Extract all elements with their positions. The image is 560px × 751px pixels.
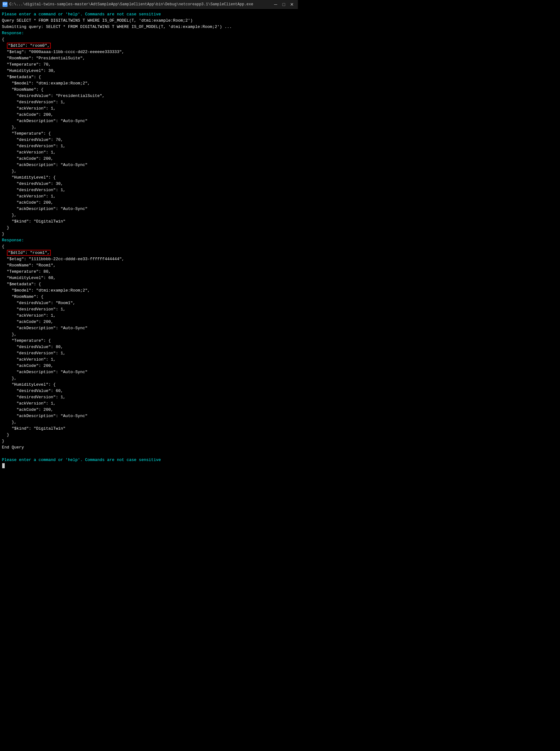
room0-roomname-ackversion: "ackVersion": 1,	[2, 105, 296, 112]
minimize-button[interactable]: ─	[272, 2, 279, 7]
query-command: Query SELECT * FROM DIGITALTWINS T WHERE…	[2, 18, 296, 24]
room0-temp-meta-open: "Temperature": {	[2, 131, 296, 137]
room1-humidity: "HumidityLevel": 60,	[2, 275, 296, 281]
room1-temperature: "Temperature": 80,	[2, 269, 296, 275]
room0-open-brace: {	[2, 36, 296, 43]
room1-temp-ackversion: "ackVersion": 1,	[2, 357, 296, 363]
room0-humid-desiredvalue: "desiredValue": 30,	[2, 181, 296, 187]
room1-humid-ackcode: "ackCode": 200,	[2, 407, 296, 413]
room1-humid-meta-open: "HumidityLevel": {	[2, 382, 296, 388]
room1-humid-desiredversion: "desiredVersion": 1,	[2, 394, 296, 401]
room0-roomname-desiredversion: "desiredVersion": 1,	[2, 99, 296, 105]
room0-temp-ackcode: "ackCode": 200,	[2, 156, 296, 162]
room1-metadata-close: }	[2, 432, 296, 438]
room1-humid-ackdesc: "ackDescription": "Auto-Sync"	[2, 413, 296, 419]
room0-roomname-meta-open: "RoomName": {	[2, 86, 296, 93]
room1-roomname-meta-open: "RoomName": {	[2, 294, 296, 300]
response-label-2: Response:	[2, 237, 296, 244]
room0-humid-meta-open: "HumidityLevel": {	[2, 174, 296, 181]
room0-roomname-close: },	[2, 124, 296, 131]
room0-humid-ackcode: "ackCode": 200,	[2, 199, 296, 206]
room1-roomname-close: },	[2, 331, 296, 338]
room0-humid-ackversion: "ackVersion": 1,	[2, 193, 296, 199]
room1-roomname-ackversion: "ackVersion": 1,	[2, 312, 296, 319]
room0-close-brace: }	[2, 231, 296, 237]
room1-roomname-desiredversion: "desiredVersion": 1,	[2, 306, 296, 312]
room0-humid-desiredversion: "desiredVersion": 1,	[2, 187, 296, 193]
room0-humid-close: },	[2, 212, 296, 218]
room1-temp-desiredvalue: "desiredValue": 80,	[2, 344, 296, 350]
title-bar: C# C:\...\digital-twins-samples-master\A…	[0, 0, 298, 9]
room0-temp-desiredvalue: "desiredValue": 70,	[2, 137, 296, 143]
room1-close-brace: }	[2, 438, 296, 444]
room1-temp-desiredversion: "desiredVersion": 1,	[2, 350, 296, 357]
title-bar-path: C:\...\digital-twins-samples-master\AdtS…	[9, 2, 253, 6]
close-button[interactable]: ✕	[288, 2, 295, 7]
room1-temp-meta-open: "Temperature": {	[2, 338, 296, 344]
prompt-line-2: Please enter a command or 'help'. Comman…	[2, 457, 296, 463]
room1-model: "$model": "dtmi:example:Room;2",	[2, 287, 296, 294]
room0-temp-desiredversion: "desiredVersion": 1,	[2, 143, 296, 149]
room0-etag: "$etag": "0000aaaa-11bb-cccc-dd22-eeeeee…	[2, 49, 296, 55]
room1-roomname: "RoomName": "Room1",	[2, 262, 296, 269]
submitting-line: Submitting query: SELECT * FROM DIGITALT…	[2, 24, 296, 30]
room0-humid-ackdesc: "ackDescription": "Auto-Sync"	[2, 206, 296, 212]
room1-dtid: "$dtId": "room1",	[2, 250, 296, 256]
room0-metadata-open: "$metadata": {	[2, 74, 296, 80]
room1-temp-close: },	[2, 376, 296, 382]
room0-roomname-ackcode: "ackCode": 200,	[2, 112, 296, 118]
room1-open-brace: {	[2, 244, 296, 250]
restore-button[interactable]: □	[280, 2, 287, 7]
room1-roomname-ackcode: "ackCode": 200,	[2, 319, 296, 325]
room1-temp-ackdesc: "ackDescription": "Auto-Sync"	[2, 369, 296, 376]
cursor	[2, 463, 5, 468]
room0-roomname: "RoomName": "PresidentialSuite",	[2, 55, 296, 61]
prompt-line-1: Please enter a command or 'help'. Comman…	[2, 11, 296, 18]
room0-dtid: "$dtId": "room0",	[2, 43, 296, 49]
room1-humid-desiredvalue: "desiredValue": 60,	[2, 388, 296, 394]
room1-metadata-open: "$metadata": {	[2, 281, 296, 287]
room1-humid-ackversion: "ackVersion": 1,	[2, 401, 296, 407]
response-label-1: Response:	[2, 30, 296, 36]
blank-line	[2, 451, 296, 457]
room0-metadata-close: }	[2, 225, 296, 231]
room0-temp-ackversion: "ackVersion": 1,	[2, 149, 296, 156]
room1-etag: "$etag": "1111bbbb-22cc-dddd-ee33-ffffff…	[2, 256, 296, 262]
room0-temperature: "Temperature": 70,	[2, 61, 296, 68]
terminal: Please enter a command or 'help'. Comman…	[0, 9, 298, 751]
end-query: End Query	[2, 444, 296, 451]
room0-humidity: "HumidityLevel": 30,	[2, 68, 296, 74]
active-input-line[interactable]	[2, 463, 296, 468]
room0-kind: "$kind": "DigitalTwin"	[2, 218, 296, 225]
room1-temp-ackcode: "ackCode": 200,	[2, 363, 296, 369]
room0-model: "$model": "dtmi:example:Room;2",	[2, 80, 296, 86]
room0-temp-close: },	[2, 168, 296, 174]
room0-roomname-ackdesc: "ackDescription": "Auto-Sync"	[2, 118, 296, 124]
room1-roomname-ackdesc: "ackDescription": "Auto-Sync"	[2, 325, 296, 331]
room1-humid-close: },	[2, 419, 296, 426]
room1-kind: "$kind": "DigitalTwin"	[2, 426, 296, 432]
room0-temp-ackdesc: "ackDescription": "Auto-Sync"	[2, 162, 296, 168]
app-icon: C#	[2, 2, 7, 7]
room0-roomname-desiredvalue: "desiredValue": "PresidentialSuite",	[2, 93, 296, 99]
room1-roomname-desiredvalue: "desiredValue": "Room1",	[2, 300, 296, 306]
